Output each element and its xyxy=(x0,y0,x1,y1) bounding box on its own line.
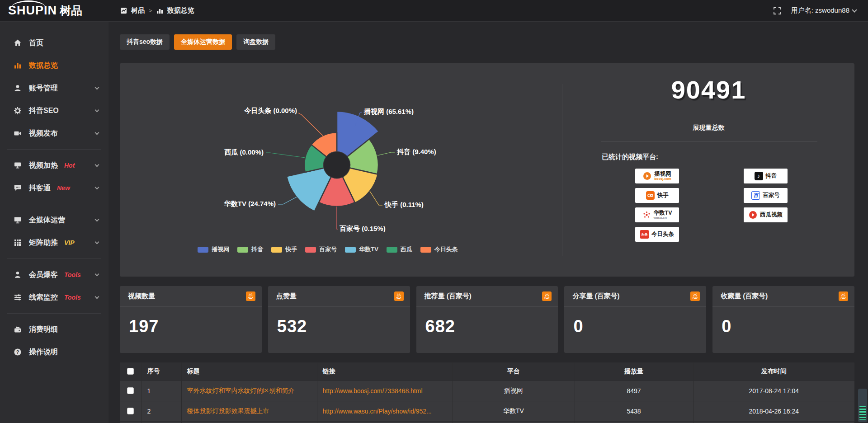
sliders-icon xyxy=(14,293,22,301)
sidebar-item-操作说明[interactable]: ?操作说明 xyxy=(0,341,108,363)
video-table: 序号标题链接平台播放量发布时间 1室外水纹灯和室内水纹灯的区别和简介http:/… xyxy=(120,362,854,423)
stat-card-分享量 (百家号): 分享量 (百家号)总0 xyxy=(564,286,706,353)
sidebar-item-数据总览[interactable]: 数据总览 xyxy=(0,54,108,77)
chevron-down-icon xyxy=(95,185,99,190)
platform-subtext: boosj.com xyxy=(654,177,671,181)
cell-time: 2017-08-24 17:04 xyxy=(693,381,854,401)
cell-index: 2 xyxy=(142,401,181,421)
sidebar-item-全媒体运营[interactable]: 全媒体运营 xyxy=(0,209,108,231)
row-checkbox[interactable] xyxy=(127,387,134,394)
stat-card-视频数量: 视频数量总197 xyxy=(120,286,262,353)
legend-item-播视网[interactable]: 播视网 xyxy=(198,245,229,254)
legend-item-今日头条[interactable]: 今日头条 xyxy=(420,245,458,254)
top-header: SHUPIN 树品 树品 > 数据总览 用户名: zswodun88 xyxy=(0,0,868,22)
chat-icon xyxy=(14,184,22,192)
sidebar-item-会员爆客[interactable]: 会员爆客Tools xyxy=(0,263,108,286)
fullscreen-icon[interactable] xyxy=(773,7,781,15)
sidebar-badge-Hot: Hot xyxy=(64,162,75,169)
legend-item-抖音[interactable]: 抖音 xyxy=(237,245,263,254)
stat-card-value: 682 xyxy=(425,317,558,336)
label-line-百家号 xyxy=(337,207,338,229)
app-logo[interactable]: SHUPIN 树品 xyxy=(0,3,108,18)
video-url-link[interactable]: http://www.boosj.com/7338468.html xyxy=(323,387,423,395)
legend-label: 播视网 xyxy=(212,245,229,254)
legend-item-百家号[interactable]: 百家号 xyxy=(305,245,337,254)
sidebar-item-矩阵助推[interactable]: 矩阵助推VIP xyxy=(0,231,108,254)
sidebar-item-视频加热[interactable]: 视频加热Hot xyxy=(0,154,108,177)
platform-badge-西瓜视频: 西瓜视频 xyxy=(744,207,788,222)
floating-widget-stripes xyxy=(859,406,866,420)
legend-label: 快手 xyxy=(285,245,297,254)
sidebar-badge-New: New xyxy=(57,184,70,192)
stat-card-header: 收藏量 (百家号)总 xyxy=(712,286,854,307)
cell-views: 5438 xyxy=(575,401,693,421)
sidebar-item-抖音SEO[interactable]: 抖音SEO xyxy=(0,99,108,122)
platform-badge-今日头条: 头条今日头条 xyxy=(635,227,679,242)
sidebar-divider xyxy=(7,149,101,150)
breadcrumb-root[interactable]: 树品 xyxy=(131,6,145,15)
stat-card-title: 视频数量 xyxy=(128,292,155,301)
platforms-section-label: 已统计的视频平台: xyxy=(602,153,658,161)
sidebar-item-label: 消费明细 xyxy=(29,325,58,334)
sidebar-item-账号管理[interactable]: 账号管理 xyxy=(0,77,108,99)
pie-label-今日头条: 今日头条 (0.00%) xyxy=(244,107,297,114)
sidebar-divider xyxy=(7,313,101,314)
stat-card-value: 0 xyxy=(722,317,854,336)
platform-name: 今日头条 xyxy=(651,231,674,237)
video-url-link[interactable]: http://www.wasu.cn/Play/show/id/952... xyxy=(323,408,432,415)
platform-column-right: ♪抖音百百家号西瓜视频 xyxy=(744,169,788,227)
legend-item-快手[interactable]: 快手 xyxy=(271,245,297,254)
video-title-link[interactable]: 室外水纹灯和室内水纹灯的区别和简介 xyxy=(187,387,295,394)
user-menu[interactable]: 用户名: zswodun88 xyxy=(791,6,856,15)
sidebar-item-抖客通[interactable]: 抖客通New xyxy=(0,177,108,199)
sidebar-divider xyxy=(7,258,101,259)
floating-widget[interactable] xyxy=(858,389,867,422)
legend-chip xyxy=(345,247,356,253)
platform-name: 快手 xyxy=(657,193,669,198)
table-row: 1室外水纹灯和室内水纹灯的区别和简介http://www.boosj.com/7… xyxy=(120,381,854,401)
legend-label: 西瓜 xyxy=(401,245,412,254)
heat-icon xyxy=(14,161,22,169)
tab-询盘数据[interactable]: 询盘数据 xyxy=(236,34,275,50)
platform-share-rose-chart: 播视网 (65.61%)抖音 (9.40%)快手 (0.11%)百家号 (0.1… xyxy=(120,63,562,277)
table-row-partial xyxy=(120,421,854,423)
dashboard-page: SHUPIN 树品 树品 > 数据总览 用户名: zswodun88 首 xyxy=(0,0,868,423)
sidebar-item-label: 抖客通 xyxy=(29,183,51,193)
stat-cards-row: 视频数量总197点赞量总532推荐量 (百家号)总682分享量 (百家号)总0收… xyxy=(120,286,854,353)
legend-label: 今日头条 xyxy=(434,245,458,254)
label-line-快手 xyxy=(370,191,382,205)
tab-全媒体运营数据[interactable]: 全媒体运营数据 xyxy=(174,34,232,50)
legend-item-华数TV[interactable]: 华数TV xyxy=(345,245,378,254)
tab-抖音seo数据[interactable]: 抖音seo数据 xyxy=(120,34,170,50)
legend-label: 华数TV xyxy=(359,245,378,254)
cell-index xyxy=(142,421,181,423)
legend-chip xyxy=(271,247,282,253)
sidebar: 首页数据总览账号管理抖音SEO视频发布视频加热Hot抖客通New全媒体运营矩阵助… xyxy=(0,22,108,423)
chevron-down-icon xyxy=(95,295,99,299)
chevron-down-icon xyxy=(95,131,99,135)
sidebar-item-视频发布[interactable]: 视频发布 xyxy=(0,122,108,145)
sidebar-item-label: 会员爆客 xyxy=(29,270,58,280)
cell-time: 2018-04-26 16:24 xyxy=(693,401,854,421)
platform-badge-百家号: 百百家号 xyxy=(744,188,788,203)
stat-card-title: 点赞量 xyxy=(276,292,297,301)
select-all-checkbox[interactable] xyxy=(127,368,134,375)
breadcrumb-current: 数据总览 xyxy=(167,6,194,15)
wallet-icon xyxy=(14,325,22,334)
stat-card-value: 532 xyxy=(277,317,410,336)
sidebar-item-消费明细[interactable]: 消费明细 xyxy=(0,318,108,341)
sidebar-item-首页[interactable]: 首页 xyxy=(0,32,108,54)
dashboard-icon xyxy=(120,7,127,14)
cell-platform: 播视网 xyxy=(453,381,575,401)
chevron-down-icon xyxy=(95,217,99,222)
video-title-link[interactable]: 楼体投影灯投影效果震撼上市 xyxy=(187,407,269,414)
legend-item-西瓜[interactable]: 西瓜 xyxy=(387,245,412,254)
pie-label-华数TV: 华数TV (24.74%) xyxy=(224,200,276,207)
overview-panel: 播视网 (65.61%)抖音 (9.40%)快手 (0.11%)百家号 (0.1… xyxy=(120,63,854,277)
sidebar-item-label: 全媒体运营 xyxy=(29,216,65,225)
sidebar-badge-VIP: VIP xyxy=(64,239,75,246)
sidebar-item-线索监控[interactable]: 线索监控Tools xyxy=(0,286,108,309)
stat-card-title: 分享量 (百家号) xyxy=(572,292,619,301)
row-checkbox[interactable] xyxy=(127,408,134,414)
stat-card-收藏量 (百家号): 收藏量 (百家号)总0 xyxy=(712,286,854,353)
